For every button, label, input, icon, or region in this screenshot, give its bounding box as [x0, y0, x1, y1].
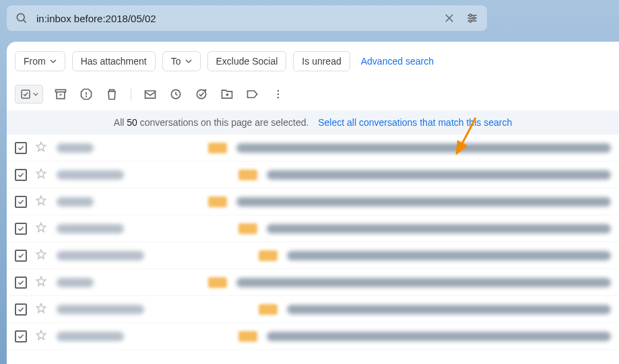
chevron-down-icon — [33, 92, 38, 97]
chevron-down-icon — [50, 58, 57, 65]
sender-blurred — [57, 224, 124, 233]
email-row[interactable] — [7, 242, 619, 269]
exclude-social-chip[interactable]: Exclude Social — [207, 51, 287, 71]
archive-icon[interactable] — [53, 86, 69, 102]
label-blurred — [238, 223, 257, 234]
label-blurred — [208, 143, 227, 153]
clear-search-icon[interactable] — [441, 10, 457, 26]
svg-line-1 — [24, 20, 26, 23]
report-spam-icon[interactable] — [78, 86, 94, 102]
label-blurred — [238, 170, 257, 180]
email-row[interactable] — [7, 161, 619, 188]
check-icon — [17, 252, 25, 260]
row-checkbox[interactable] — [15, 250, 27, 262]
subject-blurred — [236, 278, 611, 287]
email-row[interactable] — [7, 269, 619, 296]
search-query-text[interactable]: in:inbox before:2018/05/02 — [36, 13, 434, 24]
star-icon[interactable] — [35, 221, 47, 235]
banner-suffix: conversations on this page are selected. — [137, 117, 309, 128]
checkbox-checked-icon — [20, 88, 32, 100]
toolbar — [7, 81, 619, 110]
move-to-icon[interactable] — [219, 86, 235, 102]
from-chip-label: From — [24, 56, 46, 67]
email-row[interactable] — [7, 323, 619, 350]
check-icon — [17, 305, 25, 314]
svg-point-21 — [278, 94, 280, 96]
email-list — [7, 135, 619, 350]
row-checkbox[interactable] — [15, 169, 27, 181]
star-icon[interactable] — [35, 248, 47, 262]
sender-blurred — [57, 251, 144, 260]
label-blurred — [208, 277, 227, 288]
check-icon — [17, 225, 25, 233]
advanced-search-link[interactable]: Advanced search — [361, 56, 434, 67]
row-checkbox[interactable] — [15, 303, 27, 316]
row-checkbox[interactable] — [15, 142, 27, 154]
subject-blurred — [287, 251, 611, 260]
subject-blurred — [267, 224, 611, 233]
search-options-icon[interactable] — [464, 10, 480, 26]
svg-marker-24 — [36, 169, 46, 178]
email-row[interactable] — [7, 215, 619, 242]
check-icon — [17, 279, 25, 287]
snooze-icon[interactable] — [168, 86, 184, 102]
svg-marker-30 — [36, 330, 46, 339]
svg-marker-23 — [36, 142, 46, 151]
svg-point-20 — [278, 90, 280, 92]
label-blurred — [259, 304, 278, 315]
selection-banner: All 50 conversations on this page are se… — [7, 110, 619, 135]
star-icon[interactable] — [35, 168, 47, 182]
check-icon — [17, 332, 25, 340]
row-checkbox[interactable] — [15, 330, 27, 342]
svg-rect-11 — [56, 89, 66, 92]
star-icon[interactable] — [35, 302, 47, 316]
star-icon[interactable] — [35, 141, 47, 155]
svg-marker-26 — [36, 223, 46, 231]
sender-blurred — [57, 305, 144, 314]
is-unread-label: Is unread — [302, 56, 341, 67]
star-icon[interactable] — [35, 194, 47, 209]
svg-marker-29 — [36, 303, 46, 312]
banner-count: 50 — [127, 117, 137, 128]
svg-rect-10 — [22, 90, 30, 98]
to-chip-label: To — [171, 56, 181, 67]
select-all-button[interactable] — [15, 85, 43, 104]
svg-marker-27 — [36, 250, 46, 258]
email-row[interactable] — [7, 296, 619, 323]
row-checkbox[interactable] — [15, 196, 27, 208]
to-chip[interactable]: To — [162, 51, 201, 71]
label-blurred — [238, 331, 257, 342]
subject-blurred — [287, 305, 611, 314]
check-icon — [17, 144, 25, 152]
search-bar[interactable]: in:inbox before:2018/05/02 — [7, 5, 487, 31]
row-checkbox[interactable] — [15, 277, 27, 289]
check-icon — [17, 171, 25, 179]
add-to-tasks-icon[interactable] — [193, 86, 209, 102]
subject-blurred — [267, 332, 611, 341]
has-attachment-chip[interactable]: Has attachment — [72, 51, 156, 71]
from-chip[interactable]: From — [15, 51, 65, 71]
check-icon — [17, 198, 25, 206]
email-row[interactable] — [7, 188, 619, 215]
svg-point-0 — [17, 13, 24, 21]
email-row[interactable] — [7, 135, 619, 161]
svg-marker-25 — [36, 196, 46, 205]
svg-point-9 — [469, 20, 471, 22]
star-icon[interactable] — [35, 275, 47, 289]
more-icon[interactable] — [270, 86, 286, 102]
subject-blurred — [236, 143, 611, 153]
filter-chips-row: From Has attachment To Exclude Social Is… — [7, 42, 619, 81]
svg-point-8 — [473, 17, 475, 19]
labels-icon[interactable] — [245, 86, 261, 102]
row-checkbox[interactable] — [15, 223, 27, 235]
star-icon[interactable] — [35, 329, 47, 343]
select-all-matching-link[interactable]: Select all conversations that match this… — [318, 117, 512, 128]
svg-point-7 — [469, 14, 471, 16]
sender-blurred — [57, 170, 124, 180]
banner-prefix: All — [114, 117, 127, 128]
svg-marker-28 — [36, 277, 46, 285]
subject-blurred — [236, 197, 611, 207]
delete-icon[interactable] — [104, 86, 120, 102]
is-unread-chip[interactable]: Is unread — [293, 51, 350, 71]
mark-unread-icon[interactable] — [142, 86, 158, 102]
